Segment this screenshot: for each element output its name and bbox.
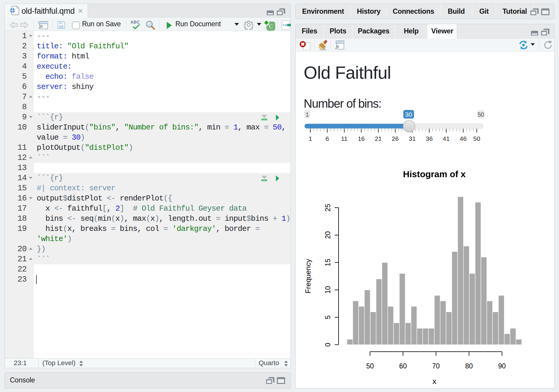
svg-text:41: 41 bbox=[443, 135, 450, 142]
svg-text:C: C bbox=[269, 23, 273, 30]
svg-text:70: 70 bbox=[432, 362, 440, 370]
svg-text:50: 50 bbox=[473, 135, 480, 142]
svg-text:25: 25 bbox=[324, 204, 332, 212]
svg-text:31: 31 bbox=[409, 135, 416, 142]
svg-text:26: 26 bbox=[392, 135, 399, 142]
svg-text:30: 30 bbox=[405, 111, 412, 118]
svg-text:46: 46 bbox=[460, 135, 467, 142]
svg-text:15: 15 bbox=[324, 259, 332, 266]
svg-text:60: 60 bbox=[399, 362, 407, 370]
svg-text:50: 50 bbox=[366, 362, 374, 370]
svg-text:50: 50 bbox=[478, 111, 484, 118]
svg-text:5: 5 bbox=[324, 315, 332, 319]
svg-text:11: 11 bbox=[341, 135, 348, 142]
svg-text:1: 1 bbox=[308, 135, 312, 142]
svg-text:90: 90 bbox=[498, 362, 506, 370]
svg-text:6: 6 bbox=[325, 135, 329, 142]
svg-text:x: x bbox=[433, 377, 436, 386]
svg-text:1: 1 bbox=[305, 111, 309, 118]
svg-text:80: 80 bbox=[465, 362, 473, 370]
svg-text:20: 20 bbox=[324, 231, 332, 239]
svg-text:0: 0 bbox=[324, 343, 332, 347]
svg-text:16: 16 bbox=[358, 135, 365, 142]
svg-text:21: 21 bbox=[375, 135, 382, 142]
svg-text:10: 10 bbox=[324, 286, 332, 294]
svg-text:36: 36 bbox=[426, 135, 433, 142]
svg-text:Frequency: Frequency bbox=[304, 259, 312, 294]
svg-text:Histogram of x: Histogram of x bbox=[403, 169, 466, 179]
